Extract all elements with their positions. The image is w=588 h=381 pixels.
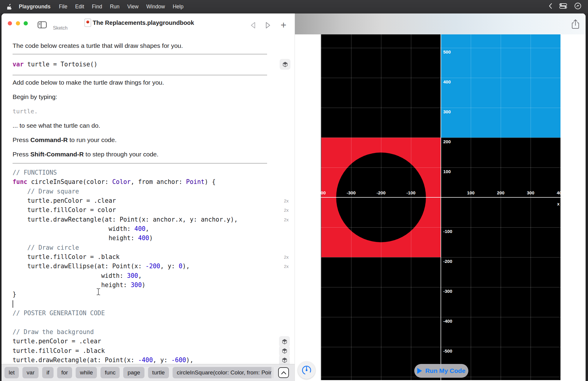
shortcut-bar-divider xyxy=(273,367,273,378)
code-token: Point xyxy=(186,178,205,185)
gridline-horizontal xyxy=(321,227,560,228)
shortcut-circleinsquare-color-color-from-point-[interactable]: circleInSquare(color: Color, from: Point… xyxy=(173,367,272,378)
repeat-count-badge[interactable]: 2x xyxy=(284,205,289,215)
doc-paragraph: The code below creates a turtle that wil… xyxy=(13,42,270,50)
code-shortcut-bar: letvarifforwhilefuncpageturtlecircleInSq… xyxy=(1,364,295,381)
play-icon xyxy=(417,368,422,374)
x-tick-label: 200 xyxy=(497,190,504,195)
gridline-vertical xyxy=(381,34,381,380)
gridline-vertical xyxy=(531,34,531,380)
playgroundbook-file-icon xyxy=(84,19,91,28)
shortcut-for[interactable]: for xyxy=(57,367,72,378)
run-step-button[interactable] xyxy=(263,21,272,29)
gridline-horizontal xyxy=(321,167,560,168)
turtle-canvas: -400-300-200-100100200300400500400300200… xyxy=(321,34,560,380)
code-token: width: xyxy=(13,272,127,279)
gridline-horizontal xyxy=(321,138,560,138)
code-token: ) xyxy=(142,281,145,289)
zoom-window-button[interactable] xyxy=(24,21,28,25)
y-tick-label: 300 xyxy=(443,109,451,114)
doc-paragraph: Press Command-R to run your code. xyxy=(13,136,270,144)
navigate-back-button[interactable] xyxy=(249,21,258,29)
divider xyxy=(13,54,267,54)
doc-paragraph: Add code below to make the turtle draw t… xyxy=(13,79,270,86)
code-token: , xyxy=(138,272,142,279)
x-tick-label: -200 xyxy=(377,190,386,195)
menu-item-run[interactable]: Run xyxy=(106,4,123,10)
code-token: turtle = Tortoise() xyxy=(24,61,98,68)
code-editor[interactable]: // FUNCTIONSfunc circleInSquare(color: C… xyxy=(13,168,289,365)
code-token: turtle.penColor = .clear xyxy=(13,197,116,204)
add-button[interactable]: + xyxy=(279,21,288,29)
code-token: // Draw square xyxy=(13,188,79,195)
menu-item-view[interactable]: View xyxy=(124,4,143,10)
shortcut-turtle[interactable]: turtle xyxy=(148,367,169,378)
assistant-icon[interactable] xyxy=(574,2,581,11)
menu-item-playgrounds[interactable]: Playgrounds xyxy=(14,4,55,10)
apple-logo-icon[interactable] xyxy=(7,4,12,10)
menu-item-edit[interactable]: Edit xyxy=(71,4,88,10)
code-token: -400 xyxy=(138,356,153,364)
menu-item-window[interactable]: Window xyxy=(142,4,169,10)
y-tick-label: -300 xyxy=(443,289,452,294)
code-token: turtle.fillColor = .black xyxy=(13,347,105,354)
code-line: } xyxy=(13,290,289,299)
code-line: turtle.drawRectangle(at: Point(x: -400, … xyxy=(13,356,289,365)
gridline-vertical xyxy=(501,34,501,380)
menu-item-file[interactable]: File xyxy=(55,4,71,10)
screen: PlaygroundsFileEditFindRunViewWindowHelp xyxy=(0,0,588,381)
y-tick-label: 400 xyxy=(443,79,451,84)
code-token: height: xyxy=(13,234,138,242)
result-viewer-button[interactable] xyxy=(280,59,290,70)
code-token: , y: xyxy=(160,263,179,270)
code-token: } xyxy=(13,291,16,298)
repeat-count-badge[interactable]: 2x xyxy=(284,215,289,224)
gridline-horizontal xyxy=(321,108,560,108)
code-cell-var-turtle[interactable]: var turtle = Tortoise() xyxy=(13,60,289,69)
control-center-icon[interactable] xyxy=(559,3,567,10)
gridline-horizontal xyxy=(321,347,560,347)
repeat-count-badge[interactable]: 2x xyxy=(284,196,289,205)
code-line: height: 400) xyxy=(13,234,289,243)
toggle-sidebar-button[interactable] xyxy=(37,21,47,29)
shortcut-while[interactable]: while xyxy=(76,367,97,378)
close-window-button[interactable] xyxy=(8,21,12,25)
shortcut-if[interactable]: if xyxy=(42,367,54,378)
menu-item-help[interactable]: Help xyxy=(169,4,187,10)
x-tick-label: 400 xyxy=(557,190,560,195)
y-tick-label: -500 xyxy=(443,348,452,353)
shortcut-page[interactable]: page xyxy=(123,367,144,378)
code-line: turtle.fillColor = color2x xyxy=(13,205,289,215)
gridline-vertical xyxy=(321,34,322,380)
code-line: turtle.penColor = .clear2x xyxy=(13,196,289,205)
shortcut-func[interactable]: func xyxy=(100,367,120,378)
menu-item-find[interactable]: Find xyxy=(88,4,106,10)
ibeam-cursor xyxy=(96,288,100,297)
y-tick-label: 500 xyxy=(443,49,451,54)
run-my-code-button[interactable]: Run My Code xyxy=(414,364,468,378)
code-token: width: xyxy=(13,225,134,232)
code-token: 400 xyxy=(138,234,149,242)
minimize-window-button[interactable] xyxy=(16,21,20,25)
repeat-count-badge[interactable]: 2x xyxy=(284,262,289,271)
code-token: , from anchor: xyxy=(131,178,186,185)
collapse-shortcuts-button[interactable] xyxy=(278,367,289,378)
code-line: turtle.fillColor = .black2x xyxy=(13,252,289,262)
gridline-horizontal xyxy=(321,287,560,287)
result-viewer-button[interactable] xyxy=(279,336,290,347)
gridline-horizontal xyxy=(321,78,560,78)
chevron-left-icon[interactable] xyxy=(549,3,552,10)
repeat-count-badge[interactable]: 2x xyxy=(284,252,289,262)
code-token: height: xyxy=(13,281,131,289)
x-axis-label: x xyxy=(557,201,560,206)
doc-paragraph-typing-hint: turtle. xyxy=(13,107,270,115)
code-line: // Draw the background xyxy=(13,327,289,337)
shortcut-var[interactable]: var xyxy=(22,367,39,378)
doc-paragraph: ... to see what the turtle can do. xyxy=(13,122,270,129)
doc-paragraph: Begin by typing: xyxy=(13,93,270,101)
gridline-horizontal xyxy=(321,257,560,257)
code-token: -200 xyxy=(145,263,160,270)
share-icon[interactable] xyxy=(570,19,581,30)
shortcut-let[interactable]: let xyxy=(4,367,19,378)
execution-speed-button[interactable] xyxy=(298,362,315,379)
